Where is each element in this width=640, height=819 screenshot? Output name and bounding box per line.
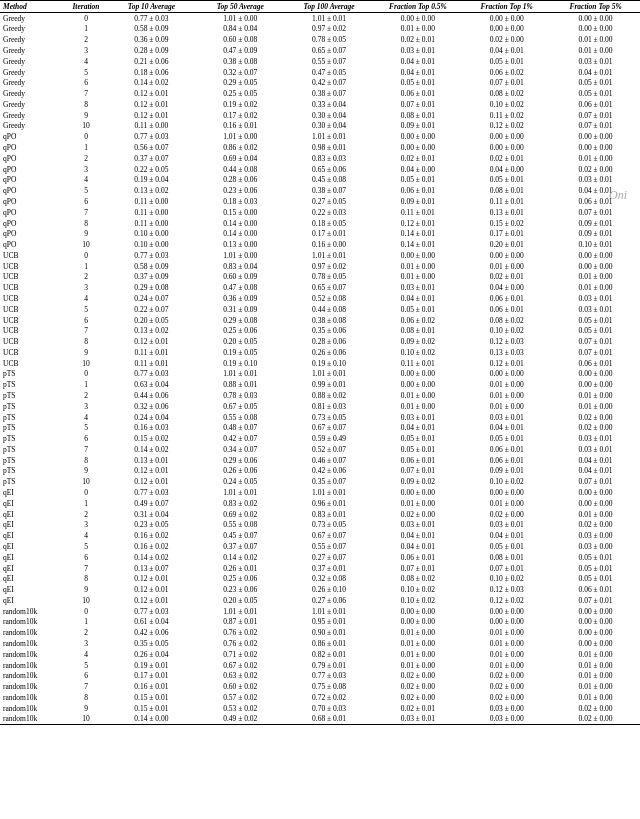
cell-40-6: 0.06 ± 0.01	[462, 444, 551, 455]
cell-14-5: 0.04 ± 0.00	[373, 164, 462, 175]
cell-45-0: qEI	[0, 498, 65, 509]
cell-7-2: 0.12 ± 0.01	[107, 88, 196, 99]
cell-14-7: 0.02 ± 0.00	[551, 164, 640, 175]
cell-14-6: 0.04 ± 0.00	[462, 164, 551, 175]
cell-11-5: 0.00 ± 0.00	[373, 131, 462, 142]
cell-41-7: 0.04 ± 0.01	[551, 455, 640, 466]
table-row: Greedy100.11 ± 0.000.16 ± 0.010.30 ± 0.0…	[0, 121, 640, 132]
cell-44-4: 1.01 ± 0.01	[285, 487, 374, 498]
cell-52-6: 0.10 ± 0.02	[462, 573, 551, 584]
cell-34-4: 0.99 ± 0.01	[285, 379, 374, 390]
cell-12-6: 0.00 ± 0.00	[462, 142, 551, 153]
cell-26-1: 4	[65, 293, 107, 304]
cell-4-2: 0.21 ± 0.06	[107, 56, 196, 67]
table-row: qPO90.10 ± 0.000.14 ± 0.000.17 ± 0.010.1…	[0, 228, 640, 239]
cell-58-3: 0.76 ± 0.02	[196, 638, 285, 649]
cell-65-5: 0.03 ± 0.01	[373, 714, 462, 725]
cell-40-3: 0.34 ± 0.07	[196, 444, 285, 455]
cell-3-7: 0.01 ± 0.00	[551, 45, 640, 56]
cell-9-3: 0.17 ± 0.02	[196, 110, 285, 121]
cell-16-2: 0.13 ± 0.02	[107, 185, 196, 196]
cell-33-7: 0.00 ± 0.00	[551, 369, 640, 380]
cell-51-2: 0.13 ± 0.07	[107, 563, 196, 574]
cell-56-7: 0.00 ± 0.00	[551, 617, 640, 628]
cell-18-6: 0.13 ± 0.01	[462, 207, 551, 218]
table-row: qPO40.19 ± 0.040.28 ± 0.060.45 ± 0.080.0…	[0, 175, 640, 186]
cell-39-0: pTS	[0, 433, 65, 444]
table-row: random10k100.14 ± 0.000.49 ± 0.020.68 ± …	[0, 714, 640, 725]
cell-35-7: 0.01 ± 0.00	[551, 390, 640, 401]
cell-62-1: 7	[65, 681, 107, 692]
cell-57-4: 0.90 ± 0.01	[285, 627, 374, 638]
table-row: UCB80.12 ± 0.010.20 ± 0.050.28 ± 0.060.0…	[0, 336, 640, 347]
cell-26-7: 0.03 ± 0.01	[551, 293, 640, 304]
table-row: qEI80.12 ± 0.010.25 ± 0.060.32 ± 0.080.0…	[0, 573, 640, 584]
cell-5-6: 0.06 ± 0.02	[462, 67, 551, 78]
cell-40-7: 0.03 ± 0.01	[551, 444, 640, 455]
cell-64-3: 0.53 ± 0.02	[196, 703, 285, 714]
cell-64-2: 0.15 ± 0.01	[107, 703, 196, 714]
table-row: UCB10.58 ± 0.090.83 ± 0.040.97 ± 0.020.0…	[0, 261, 640, 272]
cell-2-2: 0.36 ± 0.09	[107, 34, 196, 45]
cell-13-6: 0.02 ± 0.01	[462, 153, 551, 164]
table-row: pTS10.63 ± 0.040.88 ± 0.010.99 ± 0.010.0…	[0, 379, 640, 390]
cell-64-6: 0.03 ± 0.00	[462, 703, 551, 714]
cell-48-6: 0.04 ± 0.01	[462, 530, 551, 541]
table-row: UCB90.11 ± 0.010.19 ± 0.050.26 ± 0.060.1…	[0, 347, 640, 358]
cell-30-4: 0.28 ± 0.06	[285, 336, 374, 347]
cell-21-0: qPO	[0, 239, 65, 250]
cell-61-1: 6	[65, 670, 107, 681]
cell-52-5: 0.08 ± 0.02	[373, 573, 462, 584]
cell-4-5: 0.04 ± 0.01	[373, 56, 462, 67]
cell-7-1: 7	[65, 88, 107, 99]
cell-27-5: 0.05 ± 0.01	[373, 304, 462, 315]
cell-24-4: 0.78 ± 0.05	[285, 272, 374, 283]
cell-46-5: 0.02 ± 0.00	[373, 509, 462, 520]
cell-10-0: Greedy	[0, 121, 65, 132]
cell-23-7: 0.00 ± 0.00	[551, 261, 640, 272]
table-row: pTS100.12 ± 0.010.24 ± 0.050.35 ± 0.070.…	[0, 476, 640, 487]
cell-16-0: qPO	[0, 185, 65, 196]
cell-39-3: 0.42 ± 0.07	[196, 433, 285, 444]
cell-10-5: 0.09 ± 0.01	[373, 121, 462, 132]
col-header-top50: Top 50 Average	[196, 1, 285, 13]
cell-8-4: 0.33 ± 0.04	[285, 99, 374, 110]
cell-40-2: 0.14 ± 0.02	[107, 444, 196, 455]
cell-14-4: 0.65 ± 0.06	[285, 164, 374, 175]
cell-43-2: 0.12 ± 0.01	[107, 476, 196, 487]
cell-31-0: UCB	[0, 347, 65, 358]
table-row: pTS70.14 ± 0.020.34 ± 0.070.52 ± 0.070.0…	[0, 444, 640, 455]
cell-50-3: 0.14 ± 0.02	[196, 552, 285, 563]
cell-30-5: 0.09 ± 0.02	[373, 336, 462, 347]
cell-24-6: 0.02 ± 0.01	[462, 272, 551, 283]
cell-1-2: 0.58 ± 0.09	[107, 24, 196, 35]
cell-0-0: Greedy	[0, 12, 65, 23]
table-row: Greedy40.21 ± 0.060.38 ± 0.080.55 ± 0.07…	[0, 56, 640, 67]
cell-56-5: 0.00 ± 0.00	[373, 617, 462, 628]
cell-38-2: 0.16 ± 0.03	[107, 422, 196, 433]
cell-44-6: 0.00 ± 0.00	[462, 487, 551, 498]
cell-56-4: 0.95 ± 0.01	[285, 617, 374, 628]
cell-32-3: 0.19 ± 0.10	[196, 358, 285, 369]
table-row: qEI10.49 ± 0.070.83 ± 0.020.96 ± 0.010.0…	[0, 498, 640, 509]
cell-5-7: 0.04 ± 0.01	[551, 67, 640, 78]
cell-4-1: 4	[65, 56, 107, 67]
cell-61-0: random10k	[0, 670, 65, 681]
cell-19-2: 0.11 ± 0.00	[107, 218, 196, 229]
cell-2-4: 0.78 ± 0.05	[285, 34, 374, 45]
cell-36-1: 3	[65, 401, 107, 412]
cell-8-7: 0.06 ± 0.01	[551, 99, 640, 110]
cell-50-1: 6	[65, 552, 107, 563]
table-row: UCB30.29 ± 0.080.47 ± 0.080.65 ± 0.070.0…	[0, 282, 640, 293]
cell-56-6: 0.00 ± 0.00	[462, 617, 551, 628]
cell-55-3: 1.01 ± 0.01	[196, 606, 285, 617]
cell-26-4: 0.52 ± 0.08	[285, 293, 374, 304]
table-row: random10k80.15 ± 0.010.57 ± 0.020.72 ± 0…	[0, 692, 640, 703]
cell-35-4: 0.88 ± 0.02	[285, 390, 374, 401]
cell-18-0: qPO	[0, 207, 65, 218]
cell-44-7: 0.00 ± 0.00	[551, 487, 640, 498]
cell-20-1: 9	[65, 228, 107, 239]
cell-18-1: 7	[65, 207, 107, 218]
cell-12-1: 1	[65, 142, 107, 153]
cell-20-7: 0.09 ± 0.01	[551, 228, 640, 239]
